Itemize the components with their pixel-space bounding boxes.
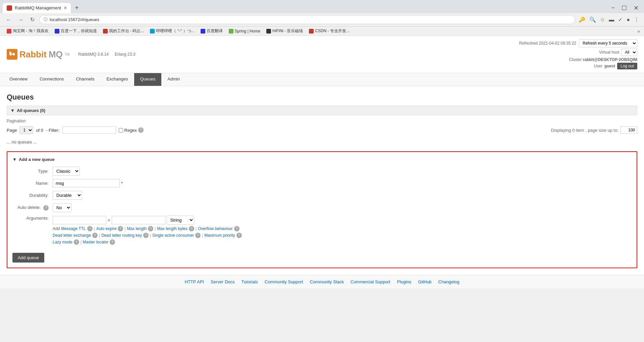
bookmark-baidu-label: 百度一下，你就知道 bbox=[61, 28, 97, 34]
auto-expire-link[interactable]: Auto expire bbox=[96, 226, 117, 231]
forward-button[interactable]: → bbox=[16, 16, 25, 23]
address-bar[interactable]: ⓘ localhost:15672/#/queues bbox=[39, 15, 575, 24]
auto-delete-select[interactable]: No Yes bbox=[53, 203, 71, 212]
dead-letter-routing-key-link[interactable]: Dead letter routing key bbox=[101, 233, 142, 238]
bookmark-gitee[interactable]: 我的工作台 - 码云... bbox=[100, 27, 147, 35]
dead-letter-exchange-help[interactable]: ? bbox=[92, 233, 98, 238]
search-icon[interactable]: 🔍 bbox=[589, 16, 597, 23]
minimize-button[interactable]: − bbox=[608, 3, 618, 13]
pagination-row: Page 1 of 0 - Filter: Regex ? Displaying… bbox=[7, 126, 637, 134]
lock-icon: ⓘ bbox=[44, 17, 48, 22]
arrow-down-icon: ▼ bbox=[10, 108, 15, 113]
durability-select[interactable]: Durable Transient bbox=[53, 191, 82, 200]
close-button[interactable]: ✕ bbox=[631, 3, 641, 13]
nav-admin[interactable]: Admin bbox=[161, 73, 186, 86]
max-length-link[interactable]: Max length bbox=[127, 226, 147, 231]
user-label: User bbox=[594, 64, 602, 68]
master-locator-link[interactable]: Master locator bbox=[83, 240, 108, 244]
add-queue-section-header[interactable]: ▼ Add a new queue bbox=[12, 157, 632, 162]
display-info: Displaying 0 item , page size up to: 100 bbox=[551, 126, 637, 134]
page-select[interactable]: 1 bbox=[19, 126, 33, 134]
single-active-consumer-link[interactable]: Single active consumer bbox=[152, 233, 194, 238]
type-select[interactable]: Classic Quorum bbox=[53, 167, 80, 176]
args-value-input[interactable] bbox=[112, 216, 165, 224]
message-ttl-help[interactable]: ? bbox=[87, 226, 93, 231]
bookmark-csdn[interactable]: CSDN - 专业开发... bbox=[306, 27, 352, 35]
message-ttl-link[interactable]: Message TTL bbox=[61, 226, 86, 231]
bookmark-spring[interactable]: Spring | Home bbox=[226, 28, 263, 34]
footer-server-docs[interactable]: Server Docs bbox=[211, 279, 235, 284]
overflow-behaviour-link[interactable]: Overflow behaviour bbox=[198, 226, 232, 231]
footer-http-api[interactable]: HTTP API bbox=[185, 279, 204, 284]
account-icon[interactable]: ● bbox=[626, 16, 631, 23]
vhost-select[interactable]: All bbox=[621, 49, 637, 56]
footer-commercial-support[interactable]: Commercial Support bbox=[351, 279, 390, 284]
maximum-priority-link[interactable]: Maximum priority bbox=[204, 233, 235, 238]
logout-button[interactable]: Log out bbox=[617, 63, 637, 69]
dead-letter-exchange-link[interactable]: Dead letter exchange bbox=[53, 233, 91, 238]
argument-add-links: Add Message TTL ? | Auto expire ? | Max … bbox=[53, 226, 242, 245]
auto-expire-help[interactable]: ? bbox=[118, 226, 123, 231]
footer-community-slack[interactable]: Community Slack bbox=[310, 279, 344, 284]
footer-community-support[interactable]: Community Support bbox=[265, 279, 303, 284]
bookmark-csdn-label: CSDN - 专业开发... bbox=[315, 28, 350, 34]
name-label: Name: bbox=[12, 181, 53, 186]
overflow-behaviour-help[interactable]: ? bbox=[234, 226, 239, 231]
refresh-select[interactable]: Refresh every 5 seconds Refresh every 10… bbox=[579, 39, 637, 47]
bookmark-fanyi[interactable]: 百度翻译 bbox=[198, 27, 225, 35]
bookmark-baidu[interactable]: 百度一下，你就知道 bbox=[52, 27, 100, 35]
hifini-favicon bbox=[266, 29, 271, 34]
args-type-select[interactable]: String Number Boolean List bbox=[167, 216, 194, 225]
tab-close-button[interactable]: × bbox=[64, 5, 67, 11]
durability-label: Durability: bbox=[12, 193, 53, 198]
page-label: Page bbox=[7, 128, 17, 133]
nav-channels[interactable]: Channels bbox=[70, 73, 100, 86]
extensions-icon[interactable]: ▬ bbox=[608, 16, 615, 23]
regex-label: Regex bbox=[124, 128, 137, 133]
master-locator-help[interactable]: ? bbox=[110, 239, 115, 245]
bookmark-bilibili[interactable]: 哔哩哔哩（ °-° ）つ... bbox=[147, 27, 197, 35]
key-icon[interactable]: 🔑 bbox=[578, 16, 586, 23]
bookmark-taobao[interactable]: 淘宝网 - 淘！我喜欢 bbox=[4, 27, 51, 35]
logo: RabbitMQTM RabbitMQ 3.8.14 Erlang 23.3 bbox=[7, 49, 135, 60]
nav-exchanges[interactable]: Exchanges bbox=[100, 73, 134, 86]
star-icon[interactable]: ☆ bbox=[599, 16, 605, 23]
name-row: Name: * bbox=[12, 179, 632, 187]
lazy-mode-link[interactable]: Lazy mode bbox=[53, 240, 72, 244]
regex-help-button[interactable]: ? bbox=[138, 127, 144, 133]
name-input[interactable] bbox=[53, 179, 120, 187]
regex-checkbox[interactable] bbox=[119, 128, 123, 132]
bookmark-hifini[interactable]: HiFiNi - 音乐磁场 bbox=[264, 27, 306, 35]
max-length-bytes-help[interactable]: ? bbox=[189, 226, 194, 231]
auto-delete-help[interactable]: ? bbox=[43, 205, 49, 211]
maximize-button[interactable]: ☐ bbox=[619, 3, 630, 13]
menu-icon[interactable]: ⋮ bbox=[633, 16, 640, 23]
single-active-consumer-help[interactable]: ? bbox=[195, 233, 201, 238]
dead-letter-routing-key-help[interactable]: ? bbox=[143, 233, 149, 238]
new-tab-button[interactable]: + bbox=[72, 3, 82, 13]
max-length-bytes-link[interactable]: Max length bytes bbox=[157, 226, 187, 231]
arguments-label: Arguments: bbox=[12, 216, 53, 221]
nav-connections[interactable]: Connections bbox=[34, 73, 70, 86]
footer-github[interactable]: GitHub bbox=[418, 279, 431, 284]
page-size-input[interactable]: 100 bbox=[621, 126, 637, 134]
maximum-priority-help[interactable]: ? bbox=[236, 233, 242, 238]
bookmarks-more[interactable]: » bbox=[637, 28, 640, 34]
args-key-input[interactable] bbox=[53, 216, 106, 224]
nav-queues[interactable]: Queues bbox=[134, 73, 162, 86]
lazy-mode-help[interactable]: ? bbox=[74, 239, 79, 245]
nav-overview[interactable]: Overview bbox=[3, 73, 34, 86]
footer-changelog[interactable]: Changelog bbox=[438, 279, 460, 284]
all-queues-header[interactable]: ▼ All queues (0) bbox=[7, 106, 637, 115]
bookmark-gitee-label: 我的工作台 - 码云... bbox=[109, 28, 144, 34]
cluster-row: Cluster rabbit@DESKTOP-2OBSQIM bbox=[519, 57, 637, 62]
filter-input[interactable] bbox=[62, 126, 116, 134]
add-queue-button[interactable]: Add queue bbox=[12, 253, 44, 263]
cluster-value: rabbit@DESKTOP-2OBSQIM bbox=[583, 57, 637, 62]
back-button[interactable]: ← bbox=[4, 16, 13, 23]
max-length-help[interactable]: ? bbox=[148, 226, 153, 231]
send-icon[interactable]: ✓ bbox=[618, 16, 623, 23]
footer-tutorials[interactable]: Tutorials bbox=[241, 279, 258, 284]
footer-plugins[interactable]: Plugins bbox=[397, 279, 412, 284]
reload-button[interactable]: ↻ bbox=[28, 16, 37, 23]
